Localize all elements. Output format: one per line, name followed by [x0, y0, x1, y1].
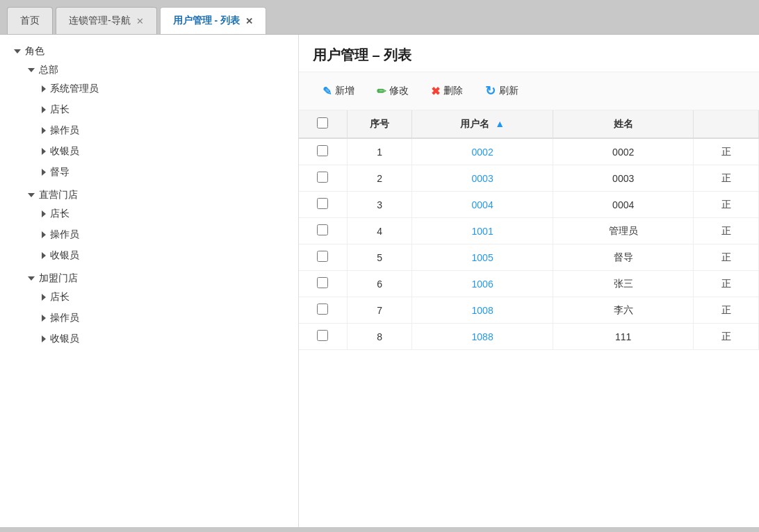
tree-node-g0-4-label[interactable]: 督导 — [36, 164, 298, 181]
tree-group-0: 总部 系统管理员 店长 — [22, 60, 298, 185]
sort-asc-icon: ▲ — [495, 118, 505, 129]
table-row: 7 1008 李六 正 — [299, 297, 759, 324]
select-all-checkbox[interactable] — [317, 117, 328, 128]
tree-node-g0-1-label[interactable]: 店长 — [36, 101, 298, 118]
tree-node-g2-1-label[interactable]: 操作员 — [36, 310, 298, 326]
table-row: 8 1088 111 正 — [299, 324, 759, 350]
row-username[interactable]: 0004 — [412, 192, 553, 218]
row-username[interactable]: 1088 — [412, 324, 553, 350]
tab-home[interactable]: 首页 — [7, 7, 53, 34]
tree-group-1-arrow — [28, 193, 35, 197]
tree-node-g1-1-label[interactable]: 操作员 — [36, 226, 298, 243]
tree-node-g0-0-label[interactable]: 系统管理员 — [36, 81, 298, 97]
tree-node-g1-2: 收银员 — [36, 245, 298, 266]
tree-node-g0-1-arrow — [42, 106, 46, 113]
tab-user-list[interactable]: 用户管理 - 列表 ✕ — [160, 7, 266, 34]
table-container: 序号 用户名 ▲ 姓名 1 — [299, 110, 759, 527]
tree-group-0-text: 总部 — [39, 64, 58, 76]
page-header: 用户管理 – 列表 — [299, 35, 759, 72]
row-username[interactable]: 0003 — [412, 165, 553, 192]
tree-group-0-children: 系统管理员 店长 操作员 — [22, 78, 298, 183]
refresh-button[interactable]: 刷新 — [475, 79, 528, 103]
row-seq: 4 — [347, 218, 411, 244]
row-checkbox[interactable] — [317, 304, 328, 315]
row-checkbox[interactable] — [317, 224, 328, 235]
row-seq: 3 — [347, 192, 411, 218]
table-row: 6 1006 张三 正 — [299, 271, 759, 297]
delete-label: 删除 — [443, 85, 463, 97]
tree-node-g1-2-arrow — [42, 252, 46, 259]
tree-node-g0-3-label[interactable]: 收银员 — [36, 143, 298, 160]
row-username[interactable]: 1008 — [412, 297, 553, 324]
tree-group-0-arrow — [28, 68, 35, 72]
row-checkbox[interactable] — [317, 145, 328, 156]
tree-group-2-arrow — [28, 276, 35, 281]
row-seq: 5 — [347, 244, 411, 271]
row-checkbox-cell[interactable] — [299, 218, 347, 244]
row-name: 0002 — [553, 138, 694, 165]
tree-group-0-label[interactable]: 总部 — [22, 62, 298, 78]
tree-node-g2-0: 店长 — [36, 287, 298, 308]
page-title: 用户管理 – 列表 — [313, 46, 745, 65]
delete-icon — [431, 85, 440, 98]
row-checkbox[interactable] — [317, 330, 328, 341]
row-extra: 正 — [694, 138, 759, 165]
tree-node-g0-4-text: 督导 — [50, 166, 70, 178]
row-checkbox[interactable] — [317, 198, 328, 209]
tab-chain-nav-close[interactable]: ✕ — [136, 17, 144, 26]
tree-node-g1-2-text: 收银员 — [50, 249, 79, 262]
col-header-extra — [694, 110, 759, 138]
tab-user-list-close[interactable]: ✕ — [245, 17, 253, 26]
tree-node-g0-4-arrow — [42, 169, 46, 176]
col-name-label: 姓名 — [614, 118, 633, 129]
add-button[interactable]: 新增 — [313, 81, 364, 102]
tree-node-g1-0-text: 店长 — [50, 208, 70, 220]
tree-node-g2-2: 收银员 — [36, 329, 298, 349]
row-checkbox-cell[interactable] — [299, 138, 347, 165]
main-area: 角色 总部 系统管理员 — [0, 34, 759, 527]
row-extra: 正 — [694, 192, 759, 218]
row-username[interactable]: 0002 — [412, 138, 553, 165]
row-name: 111 — [553, 324, 694, 350]
tree-group-2-label[interactable]: 加盟门店 — [22, 270, 298, 287]
row-checkbox[interactable] — [317, 172, 328, 183]
row-checkbox[interactable] — [317, 251, 328, 262]
row-checkbox[interactable] — [317, 277, 328, 288]
tab-bar: 首页 连锁管理-导航 ✕ 用户管理 - 列表 ✕ — [0, 0, 759, 34]
row-extra: 正 — [694, 271, 759, 297]
row-seq: 1 — [347, 138, 411, 165]
tree-node-g0-2-label[interactable]: 操作员 — [36, 122, 298, 139]
select-all-header[interactable] — [299, 110, 347, 138]
tree-node-g2-1: 操作员 — [36, 308, 298, 329]
tree-node-g0-3: 收银员 — [36, 141, 298, 162]
tree-root[interactable]: 角色 — [8, 43, 298, 60]
tree-group-1-label[interactable]: 直营门店 — [22, 187, 298, 203]
row-seq: 7 — [347, 297, 411, 324]
row-checkbox-cell[interactable] — [299, 297, 347, 324]
tree-root-children: 总部 系统管理员 店长 — [8, 60, 298, 351]
row-username[interactable]: 1005 — [412, 244, 553, 271]
tree-node-g2-0-label[interactable]: 店长 — [36, 289, 298, 306]
content-panel: 用户管理 – 列表 新增 修改 删除 刷新 — [299, 35, 759, 527]
table-row: 5 1005 督导 正 — [299, 244, 759, 271]
tree-node-g2-2-label[interactable]: 收银员 — [36, 331, 298, 347]
row-username[interactable]: 1006 — [412, 271, 553, 297]
row-checkbox-cell[interactable] — [299, 244, 347, 271]
tree-node-g0-0: 系统管理员 — [36, 78, 298, 99]
row-username[interactable]: 1001 — [412, 218, 553, 244]
row-checkbox-cell[interactable] — [299, 192, 347, 218]
tab-user-list-label: 用户管理 - 列表 — [173, 15, 240, 27]
row-checkbox-cell[interactable] — [299, 271, 347, 297]
row-checkbox-cell[interactable] — [299, 324, 347, 350]
tree-node-g1-1-arrow — [42, 231, 46, 238]
edit-button[interactable]: 修改 — [367, 81, 418, 102]
col-header-username[interactable]: 用户名 ▲ — [412, 110, 553, 138]
table-row: 3 0004 0004 正 — [299, 192, 759, 218]
tree-node-g1-2-label[interactable]: 收银员 — [36, 247, 298, 264]
tab-chain-nav[interactable]: 连锁管理-导航 ✕ — [56, 7, 157, 34]
tree-node-g1-1-text: 操作员 — [50, 228, 79, 241]
tree-node-g1-0: 店长 — [36, 203, 298, 224]
tree-node-g1-0-label[interactable]: 店长 — [36, 206, 298, 222]
delete-button[interactable]: 删除 — [421, 81, 473, 102]
row-checkbox-cell[interactable] — [299, 165, 347, 192]
